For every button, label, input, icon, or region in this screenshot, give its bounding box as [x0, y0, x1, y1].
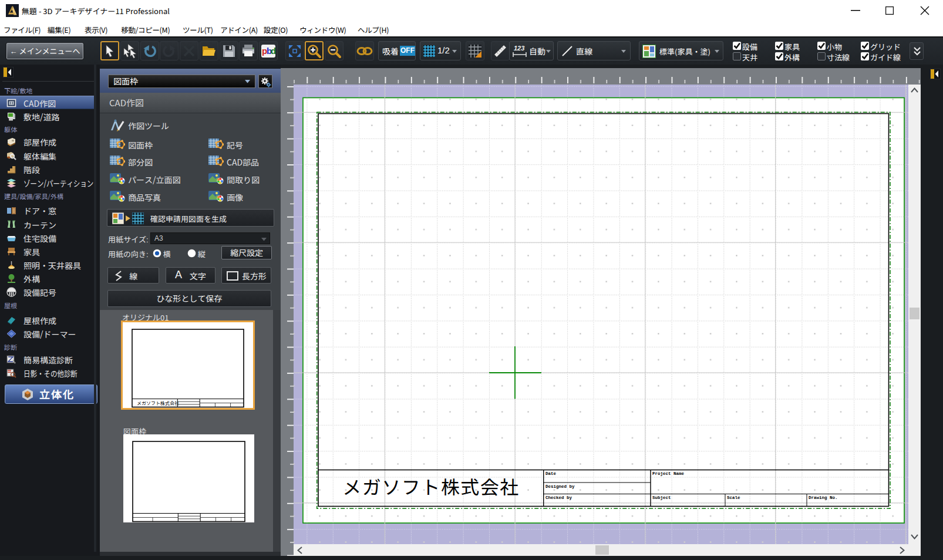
svg-text:Scale: Scale	[727, 495, 740, 500]
svg-text:Subject: Subject	[652, 495, 671, 500]
svg-text:メガソフト株式会社: メガソフト株式会社	[137, 400, 179, 406]
svg-text:Checked by: Checked by	[545, 495, 572, 500]
svg-text:123: 123	[514, 45, 524, 52]
svg-text:Date: Date	[545, 471, 557, 476]
svg-text:Designed by: Designed by	[545, 484, 575, 489]
svg-text:Drawing No.: Drawing No.	[809, 495, 838, 500]
svg-text:メガソフト株式会社: メガソフト株式会社	[342, 473, 520, 500]
svg-text:d: d	[271, 46, 276, 56]
svg-text:Project Name: Project Name	[652, 471, 685, 476]
